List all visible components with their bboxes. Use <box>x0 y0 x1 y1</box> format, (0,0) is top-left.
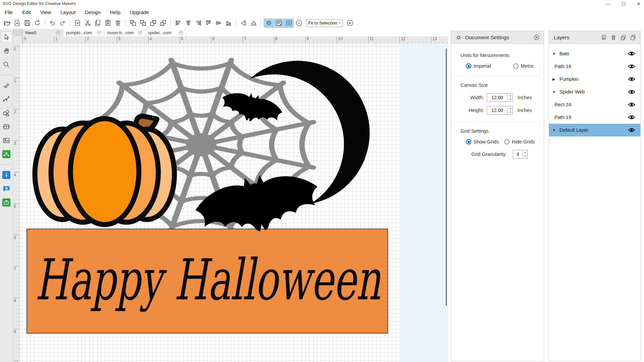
menu-file[interactable]: File <box>0 9 17 15</box>
copy-icon[interactable] <box>93 18 103 28</box>
visibility-eye-icon[interactable] <box>628 102 635 107</box>
tab-pumpkin[interactable]: pumpki...com ✕ <box>63 29 104 36</box>
vertical-scrollbar[interactable] <box>446 49 447 306</box>
draw-tool-icon[interactable] <box>1 80 12 91</box>
imperial-radio[interactable] <box>466 63 471 69</box>
metric-radio[interactable] <box>513 63 519 69</box>
flip-vertical-icon[interactable] <box>249 18 259 28</box>
save-as-icon[interactable] <box>12 18 22 28</box>
grid-toggle-icon[interactable] <box>284 18 294 28</box>
image-tool-icon[interactable] <box>1 135 12 146</box>
menu-view[interactable]: View <box>36 9 56 15</box>
stepper-up-icon[interactable]: ▲ <box>508 94 513 98</box>
send-backward-icon[interactable] <box>158 18 168 28</box>
duplicate-layer-icon[interactable] <box>620 34 627 41</box>
menu-help[interactable]: Help <box>105 9 125 15</box>
height-stepper[interactable]: 12.00 ▲▼ <box>487 106 513 115</box>
layer-row[interactable]: Rect 24 <box>549 98 640 111</box>
align-right-icon[interactable] <box>193 18 203 28</box>
show-grids-radio[interactable] <box>466 139 471 144</box>
grid-granularity-stepper[interactable]: 4 ▲▼ <box>513 150 528 159</box>
visibility-eye-icon[interactable] <box>628 64 635 69</box>
layer-row[interactable]: Path 19 <box>549 111 640 124</box>
minimize-button[interactable]: — <box>606 1 610 6</box>
visibility-eye-icon[interactable] <box>628 77 635 81</box>
zoom-tool-icon[interactable] <box>1 59 12 70</box>
stepper-down-icon[interactable]: ▼ <box>523 154 527 158</box>
zoom-in-icon[interactable] <box>345 18 355 28</box>
menu-design[interactable]: Design <box>80 9 105 15</box>
visibility-eye-icon[interactable] <box>628 89 635 94</box>
stepper-up-icon[interactable]: ▲ <box>523 150 527 154</box>
layer-row[interactable]: ▼Default Layer <box>549 124 640 136</box>
layer-row[interactable]: Path 18 <box>549 60 640 73</box>
menu-layout[interactable]: Layout <box>56 9 80 15</box>
zoom-fit-select[interactable]: Fit to Selection ˅ <box>306 19 343 27</box>
polyline-tool-icon[interactable] <box>1 94 12 105</box>
layer-row[interactable]: ▼Spider Web <box>549 85 640 98</box>
align-left-icon[interactable] <box>173 18 183 28</box>
document-settings-icon[interactable] <box>264 18 274 28</box>
layer-expanded-arrow-icon[interactable]: ▼ <box>552 90 557 94</box>
visibility-eye-icon[interactable] <box>628 115 635 120</box>
maximize-button[interactable]: ☐ <box>622 1 626 6</box>
tab-close-icon[interactable]: ✕ <box>138 31 142 35</box>
menu-edit[interactable]: Edit <box>17 9 36 15</box>
menu-upgrade[interactable]: Upgrade <box>125 9 154 15</box>
shapes-tool-icon[interactable] <box>1 107 12 118</box>
align-center-horizontal-icon[interactable] <box>183 18 193 28</box>
tab-new0[interactable]: New0 ✕ <box>22 29 63 36</box>
align-bottom-icon[interactable] <box>223 18 233 28</box>
open-folder-icon[interactable] <box>2 18 12 28</box>
tab-scroll-stub[interactable] <box>12 29 22 36</box>
tab-moon[interactable]: moon-b...com ✕ <box>104 29 145 36</box>
zoom-out-icon[interactable] <box>294 18 304 28</box>
close-panel-icon[interactable] <box>533 34 540 41</box>
stepper-down-icon[interactable]: ▼ <box>508 98 513 102</box>
tab-close-icon[interactable]: ✕ <box>97 31 101 35</box>
undo-icon[interactable] <box>47 18 57 28</box>
tab-spider[interactable]: spider...com ✕ <box>145 29 186 36</box>
tab-close-icon[interactable]: ✕ <box>179 31 183 35</box>
info-icon[interactable] <box>1 169 12 180</box>
delete-icon[interactable] <box>113 18 123 28</box>
node-edit-tool-icon[interactable] <box>1 148 12 160</box>
delete-layer-icon[interactable] <box>610 34 617 41</box>
pumpkin-shape[interactable] <box>35 116 174 225</box>
save-icon[interactable] <box>22 18 32 28</box>
group-icon[interactable] <box>128 18 138 28</box>
stepper-up-icon[interactable]: ▲ <box>508 106 513 110</box>
bring-forward-icon[interactable] <box>148 18 158 28</box>
select-tool-icon[interactable] <box>1 32 12 43</box>
flip-horizontal-icon[interactable] <box>238 18 249 28</box>
close-button[interactable]: ✕ <box>637 1 641 6</box>
align-top-icon[interactable] <box>203 18 213 28</box>
hide-grids-radio[interactable] <box>504 139 509 144</box>
new-document-icon[interactable] <box>72 18 83 28</box>
layer-row[interactable]: ▶Pumpkin <box>549 73 640 85</box>
layer-expanded-arrow-icon[interactable]: ▼ <box>552 52 557 56</box>
paste-icon[interactable] <box>103 18 113 28</box>
feedback-icon[interactable] <box>1 183 12 194</box>
cut-icon[interactable] <box>83 18 93 28</box>
banner-text[interactable]: Happy Halloween <box>35 247 381 313</box>
width-stepper[interactable]: 12.00 ▲▼ <box>487 93 513 102</box>
layer-collapsed-arrow-icon[interactable]: ▶ <box>552 77 557 81</box>
layer-row[interactable]: ▼Bats <box>549 47 640 60</box>
text-tool-icon[interactable] <box>1 121 12 132</box>
add-layer-icon[interactable] <box>600 34 607 41</box>
stepper-down-icon[interactable]: ▼ <box>508 110 513 114</box>
revert-icon[interactable] <box>32 18 42 28</box>
align-middle-icon[interactable] <box>213 18 223 28</box>
visibility-eye-icon[interactable] <box>628 128 635 132</box>
layer-expanded-arrow-icon[interactable]: ▼ <box>552 128 557 132</box>
canvas-artwork[interactable]: Happy Halloween <box>20 44 448 362</box>
ungroup-icon[interactable] <box>138 18 148 28</box>
properties-panel-icon[interactable] <box>274 18 284 28</box>
visibility-eye-icon[interactable] <box>628 51 635 56</box>
tab-close-icon[interactable]: ✕ <box>56 31 60 35</box>
pan-tool-icon[interactable] <box>1 45 12 56</box>
copy-layer-icon[interactable] <box>630 34 636 41</box>
redo-icon[interactable] <box>57 18 67 28</box>
toolkit-icon[interactable] <box>1 197 12 208</box>
